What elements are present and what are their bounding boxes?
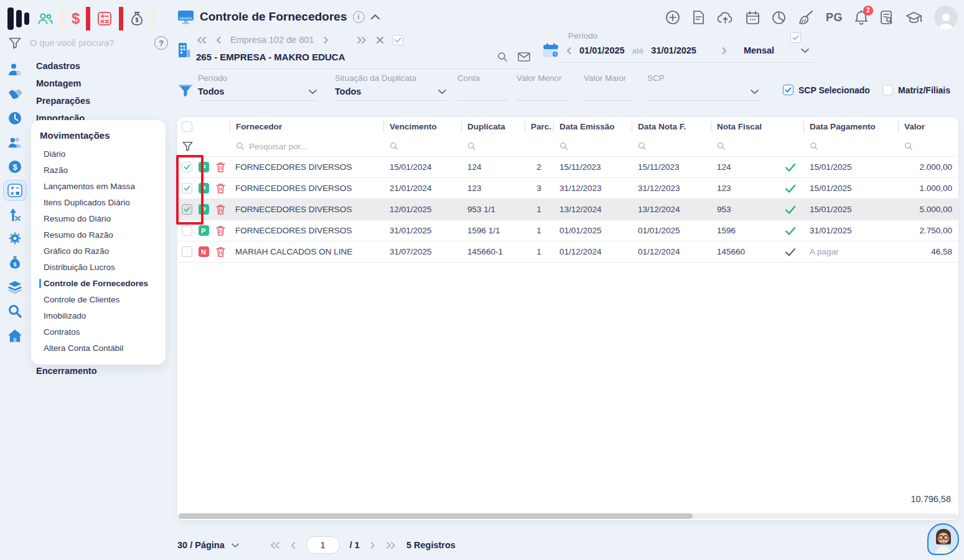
dollar-icon[interactable]: $ [72, 10, 80, 27]
filter-scp[interactable]: SCP [647, 73, 759, 101]
period-mode-select[interactable]: Mensal [744, 45, 774, 55]
submenu-controle-de-fornecedores[interactable]: Controle de Fornecedores [31, 275, 166, 291]
delete-button[interactable] [211, 225, 230, 236]
table-row[interactable]: P FORNECEDORES DIVERSOS 15/01/2024 124 2… [177, 157, 958, 178]
collapse-chevron-icon[interactable] [370, 14, 380, 20]
submenu-resumo-do-diario[interactable]: Resumo do Diário [31, 210, 166, 226]
app-logo[interactable] [7, 7, 29, 30]
layers-icon[interactable] [7, 279, 22, 294]
calculator-active-icon[interactable] [3, 180, 27, 201]
filters-funnel-icon[interactable] [179, 85, 192, 97]
search-vencimento-input[interactable] [383, 142, 461, 151]
period-checkbox[interactable] [790, 32, 801, 43]
submenu-imobilizado[interactable]: Imobilizado [31, 307, 166, 324]
sidebar-item-cadastros[interactable]: Cadastros [36, 57, 173, 75]
company-mail-icon[interactable] [518, 52, 530, 62]
user-avatar[interactable] [934, 6, 958, 29]
period-to-date[interactable]: 31/01/2025 [651, 45, 696, 55]
col-nota-fiscal[interactable]: Nota Fiscal [711, 117, 777, 136]
row-checkbox[interactable] [182, 162, 192, 172]
search-data-pagamento-input[interactable] [803, 142, 898, 151]
home-icon[interactable] [7, 328, 22, 343]
company-search-icon[interactable] [497, 52, 508, 62]
row-checkbox[interactable] [182, 204, 192, 215]
filter-conta[interactable]: Conta [457, 73, 507, 101]
graduation-cap-icon[interactable] [906, 10, 922, 25]
notifications-bell-icon[interactable]: 2 [854, 10, 868, 26]
cloud-upload-icon[interactable] [717, 11, 734, 24]
first-company-button[interactable] [196, 36, 207, 44]
prev-page-button[interactable] [290, 541, 296, 549]
period-from-date[interactable]: 01/01/2025 [579, 45, 625, 55]
calendar-icon[interactable] [746, 11, 760, 25]
next-period-button[interactable] [721, 47, 728, 55]
table-row[interactable]: P FORNECEDORES DIVERSOS 31/01/2025 1596 … [177, 220, 958, 241]
col-data-pagamento[interactable]: Data Pagamento [803, 117, 898, 136]
last-page-button[interactable] [386, 541, 396, 549]
row-checkbox[interactable] [182, 183, 192, 194]
search-fornecedor-input[interactable]: Pesquisar por... [230, 142, 383, 151]
gear-icon[interactable] [7, 231, 22, 246]
help-icon[interactable]: ? [154, 36, 168, 50]
pg-button[interactable]: PG [826, 11, 843, 24]
sidebar-item-encerramento[interactable]: Encerramento [36, 362, 173, 380]
submenu-distribuicao-lucros[interactable]: Distribuição Lucros [31, 259, 166, 275]
filter-scp-selecionado[interactable]: SCP Selecionado [783, 85, 870, 95]
money-bag-blue-icon[interactable]: $ [7, 255, 22, 270]
submenu-resumo-do-razao[interactable]: Resumo do Razão [31, 226, 166, 243]
dollar-circle-icon[interactable]: $ [7, 159, 22, 174]
col-data-nota-f[interactable]: Data Nota F. [632, 117, 711, 136]
info-icon[interactable]: i [353, 11, 365, 23]
search-magnifier-icon[interactable] [7, 304, 22, 319]
submenu-altera-conta-contabil[interactable]: Altera Conta Contábil [31, 340, 166, 356]
company-checkbox[interactable] [393, 35, 403, 45]
delete-button[interactable] [211, 246, 230, 257]
submenu-lancamentos-em-massa[interactable]: Lançamentos em Massa [31, 178, 166, 194]
global-search-input[interactable]: O que você procura? [30, 38, 146, 48]
next-company-button[interactable] [323, 36, 329, 44]
period-mode-chevron-icon[interactable] [800, 48, 810, 54]
sidebar-item-montagem[interactable]: Montagem [36, 75, 173, 92]
prev-company-button[interactable] [215, 36, 222, 44]
submenu-razao[interactable]: Razão [31, 162, 166, 178]
select-all-checkbox[interactable] [182, 121, 192, 132]
pie-chart-icon[interactable] [772, 11, 786, 25]
col-duplicata[interactable]: Duplicata [461, 117, 525, 136]
submenu-diario[interactable]: Diário [31, 146, 166, 162]
search-duplicata-input[interactable] [461, 142, 525, 151]
horizontal-scrollbar[interactable] [179, 513, 957, 519]
last-company-button[interactable] [357, 36, 367, 44]
row-filter-funnel-icon[interactable] [182, 141, 193, 151]
col-fornecedor[interactable]: Fornecedor [230, 117, 383, 136]
col-parc[interactable]: Parc. [525, 117, 553, 136]
submenu-controle-de-clientes[interactable]: Controle de Clientes [31, 291, 166, 307]
document-search-icon[interactable] [880, 10, 894, 25]
add-icon[interactable] [665, 10, 680, 25]
filter-periodo[interactable]: Período Todos [198, 73, 317, 101]
filter-situacao-duplicata[interactable]: Situação da Duplicata Todos [335, 73, 447, 101]
user-settings-icon[interactable] [7, 62, 22, 77]
submenu-contratos[interactable]: Contratos [31, 324, 166, 340]
search-data-emissao-input[interactable] [553, 142, 632, 151]
document-icon[interactable] [692, 10, 705, 25]
money-bag-icon[interactable] [129, 11, 144, 27]
col-vencimento[interactable]: Vencimento [383, 117, 461, 136]
table-row[interactable]: N MARIAH CALCADOS ON LINE 31/07/2025 145… [177, 241, 958, 263]
search-data-nota-f-input[interactable] [632, 142, 711, 151]
calculator-icon[interactable] [96, 11, 113, 27]
table-row[interactable]: P FORNECEDORES DIVERSOS 21/01/2024 123 3… [177, 178, 958, 199]
col-valor[interactable]: Valor [898, 117, 958, 136]
row-checkbox[interactable] [182, 246, 192, 257]
people-icon[interactable] [37, 11, 54, 26]
search-nota-fiscal-input[interactable] [711, 142, 777, 151]
filter-funnel-icon[interactable] [9, 37, 21, 49]
submenu-itens-duplicados-diario[interactable]: Itens Duplicados Diário [31, 194, 166, 210]
page-number-input[interactable]: 1 [306, 536, 340, 554]
row-checkbox[interactable] [182, 225, 192, 236]
delete-button[interactable] [211, 183, 230, 194]
clear-company-button[interactable] [376, 36, 384, 44]
broom-icon[interactable] [798, 10, 814, 25]
users-icon[interactable] [7, 135, 22, 150]
page-size-select[interactable]: 30 / Página [177, 540, 240, 550]
sidebar-item-preparacoes[interactable]: Preparações [36, 92, 173, 110]
